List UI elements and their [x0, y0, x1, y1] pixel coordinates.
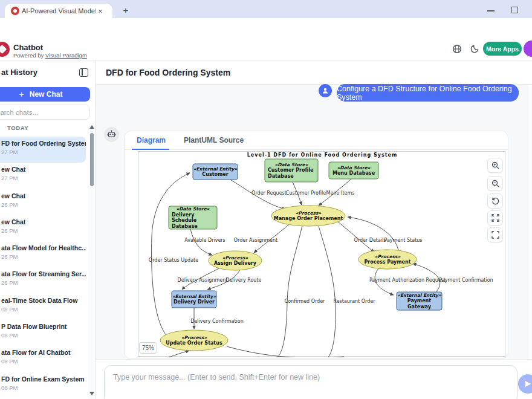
new-chat-button[interactable]: + New Chat	[0, 87, 90, 102]
sidebar-collapse-icon[interactable]	[79, 68, 88, 77]
fullscreen-button[interactable]	[487, 227, 503, 242]
dfd-node-external[interactable]	[193, 164, 238, 180]
chat-list-item[interactable]: ata Flow Model for Healthc...26 PM	[0, 241, 86, 267]
dfd-edge	[227, 346, 344, 357]
chat-list-item[interactable]: ew Chat26 PM	[0, 215, 86, 241]
user-message-bubble: Configure a DFD Structure for Online Foo…	[337, 84, 519, 102]
chat-item-time: 27 PM	[1, 149, 83, 155]
dfd-edge	[277, 225, 302, 357]
expand-button[interactable]	[487, 210, 503, 225]
dfd-edge-label: Menu Items	[326, 190, 355, 196]
dfd-node-process[interactable]	[209, 251, 262, 270]
dfd-node-process[interactable]	[160, 330, 228, 351]
sidebar-scrollbar-thumb[interactable]	[90, 133, 94, 186]
dfd-edge-label: Delivery Assignment	[178, 277, 228, 283]
tab-title: AI-Powered Visual Modeling Ch	[22, 7, 96, 15]
active-tab-underline	[132, 149, 169, 150]
tab-diagram[interactable]: Diagram	[137, 136, 166, 144]
chat-item-title: ata Flow Model for Healthc...	[1, 244, 83, 251]
dfd-edge	[338, 222, 374, 252]
chat-item-title: ew Chat	[1, 166, 83, 173]
message-input[interactable]	[104, 365, 517, 399]
window-maximize-button[interactable]	[511, 7, 518, 13]
chat-item-title: ata Flow for AI Chatbot	[1, 349, 83, 356]
dfd-node-external[interactable]	[172, 291, 216, 308]
chat-history-heading: at History	[1, 68, 37, 77]
dfd-edge-label: Order Assignment	[234, 238, 277, 243]
chat-item-title: FD for Online Exam System	[1, 375, 83, 383]
chat-item-time: 08 PM	[1, 358, 83, 365]
conversation-title: DFD for Food Ordering System	[106, 68, 230, 77]
tab-plantuml-source[interactable]: PlantUML Source	[184, 136, 244, 144]
chat-item-time: 26 PM	[1, 253, 83, 260]
dfd-edge	[348, 217, 398, 250]
more-apps-button[interactable]: More Apps	[483, 42, 522, 56]
chat-item-title: ew Chat	[1, 218, 83, 225]
dfd-edge-label: Order Request	[251, 190, 287, 196]
dfd-edge-label: Payment Status	[384, 238, 422, 243]
dfd-edge-label: Delivery Route	[226, 277, 262, 283]
browser-tabstrip: AI-Powered Visual Modeling Ch × +	[0, 0, 532, 18]
dark-mode-moon-icon[interactable]	[470, 44, 479, 53]
dfd-title: Level-1 DFD for Online Food Ordering Sys…	[138, 152, 506, 158]
powered-by-text: Powered by Visual Paradigm	[13, 52, 87, 59]
language-globe-icon[interactable]	[452, 44, 462, 54]
dfd-edge-label: Confirmed Order	[285, 299, 325, 304]
chat-item-title: ata Flow for Streaming Ser...	[1, 270, 83, 277]
app-title: Chatbot	[13, 43, 43, 52]
chat-item-time: 27 PM	[1, 175, 83, 181]
dfd-edge-label: Order Details	[354, 238, 386, 243]
chat-item-title: ew Chat	[1, 192, 83, 199]
chat-item-time: 08 PM	[1, 384, 83, 391]
dfd-node-datastore[interactable]	[265, 159, 318, 182]
chat-item-time: 08 PM	[1, 332, 83, 339]
dfd-node-process[interactable]	[271, 206, 345, 226]
window-minimize-button[interactable]	[487, 10, 495, 11]
visual-paradigm-link[interactable]: Visual Paradigm	[45, 52, 87, 59]
chat-item-title: FD for Food Ordering System	[1, 140, 83, 147]
browser-toolbar: → ai-toolbox.visual-paradigm.com/app/cha…	[0, 18, 532, 37]
chat-list-item[interactable]: eal-Time Stock Data Flow08 PM	[0, 294, 86, 320]
tab-favicon-icon	[11, 7, 19, 15]
reset-view-button[interactable]	[487, 193, 503, 209]
today-section-label: TODAY	[7, 125, 28, 131]
browser-tab[interactable]: AI-Powered Visual Modeling Ch ×	[5, 4, 112, 18]
new-tab-button[interactable]: +	[121, 5, 131, 15]
chat-item-time: 26 PM	[1, 201, 83, 208]
dfd-diagram	[138, 152, 506, 357]
paper-plane-icon	[524, 380, 532, 388]
scroll-down-icon[interactable]	[89, 392, 94, 395]
dfd-edge	[169, 351, 189, 357]
dfd-edge-label: Payment Authorization Request	[369, 277, 446, 283]
dfd-edge-label: Restaurant Order	[333, 299, 375, 304]
robot-icon	[107, 130, 116, 139]
dfd-node-datastore[interactable]	[169, 206, 217, 229]
search-chats-input[interactable]	[0, 105, 90, 120]
dfd-edge-label: Available Drivers	[184, 238, 225, 243]
dfd-node-external[interactable]	[397, 292, 442, 310]
dfd-edge	[152, 173, 190, 337]
zoom-out-button[interactable]	[487, 176, 503, 191]
dfd-edge	[319, 226, 336, 357]
scroll-up-icon[interactable]	[89, 125, 94, 129]
chat-list-item[interactable]: ew Chat26 PM	[0, 189, 86, 215]
chat-list-item[interactable]: ata Flow for Streaming Ser...26 PM	[0, 267, 86, 293]
chat-list-item[interactable]: ew Chat27 PM	[0, 163, 86, 189]
chat-list-item[interactable]: ata Flow for AI Chatbot08 PM	[0, 346, 86, 372]
chat-list-item[interactable]: FD for Food Ordering System27 PM	[0, 137, 86, 163]
diagram-canvas[interactable]: Level-1 DFD for Online Food Ordering Sys…	[138, 151, 505, 357]
chat-list-item[interactable]: P Data Flow Blueprint08 PM	[0, 320, 86, 346]
dfd-node-process[interactable]	[358, 250, 417, 269]
card-tabs: Diagram PlantUML Source	[125, 131, 508, 150]
tab-close-icon[interactable]: ×	[98, 7, 103, 15]
chat-history-list: FD for Food Ordering System27 PMew Chat2…	[0, 137, 86, 398]
plus-icon: +	[19, 89, 24, 99]
chat-list-item[interactable]: FD for Online Exam System08 PM	[0, 372, 86, 398]
chat-scrollbar[interactable]	[528, 85, 532, 359]
diagram-card: Diagram PlantUML Source Level-1 DFD for …	[124, 131, 508, 359]
zoom-in-button[interactable]	[487, 158, 503, 173]
dfd-edge-label: Delivery Confirmation	[190, 319, 244, 324]
zoom-level-badge: 75%	[139, 342, 157, 354]
chat-item-time: 26 PM	[1, 227, 83, 234]
dfd-node-datastore[interactable]	[329, 162, 378, 179]
